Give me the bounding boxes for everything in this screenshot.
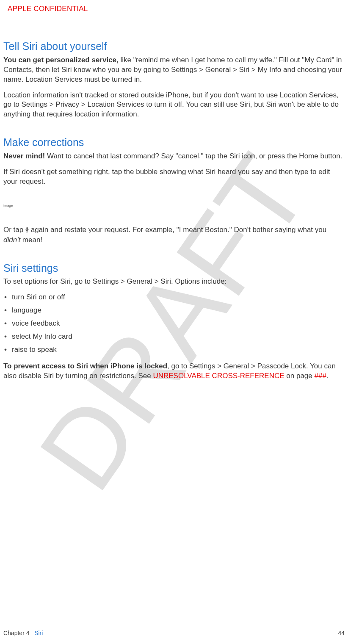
paragraph-tell-siri-1: You can get personalized service, like "… xyxy=(3,55,345,85)
body-text: again and restate your request. For exam… xyxy=(29,226,326,234)
heading-tell-siri: Tell Siri about yourself xyxy=(3,39,345,54)
list-item: language xyxy=(3,306,345,315)
chapter-title: Siri xyxy=(34,630,43,636)
body-text: Or tap xyxy=(3,226,25,234)
body-text: Want to cancel that last command? Say "c… xyxy=(45,152,342,160)
body-text: . xyxy=(326,372,329,380)
paragraph-settings-intro: To set options for Siri, go to Settings … xyxy=(3,277,345,287)
image-placeholder: Image xyxy=(3,204,345,208)
paragraph-corrections-1: Never mind! Want to cancel that last com… xyxy=(3,152,345,161)
page-footer: Chapter 4 Siri 44 xyxy=(0,629,348,637)
body-text: on page xyxy=(284,372,315,380)
list-item: turn Siri on or off xyxy=(3,293,345,302)
heading-make-corrections: Make corrections xyxy=(3,135,345,150)
list-item: voice feedback xyxy=(3,319,345,329)
bold-text: You can get personalized service, xyxy=(3,56,119,64)
list-item: select My Info card xyxy=(3,332,345,342)
heading-siri-settings: Siri settings xyxy=(3,261,345,276)
confidential-label: APPLE CONFIDENTIAL xyxy=(8,4,345,14)
page-ref-placeholder: ### xyxy=(314,372,326,380)
body-text: mean! xyxy=(20,236,42,244)
paragraph-corrections-3: Or tap again and restate your request. F… xyxy=(3,225,345,245)
bold-text: To prevent access to Siri when iPhone is… xyxy=(3,362,167,370)
bold-text: Never mind! xyxy=(3,152,45,160)
paragraph-passcode: To prevent access to Siri when iPhone is… xyxy=(3,362,345,381)
footer-chapter: Chapter 4 Siri xyxy=(3,629,43,637)
paragraph-corrections-2: If Siri doesn't get something right, tap… xyxy=(3,167,345,187)
paragraph-tell-siri-2: Location information isn't tracked or st… xyxy=(3,91,345,120)
italic-text: didn't xyxy=(3,236,20,244)
svg-rect-0 xyxy=(26,227,28,230)
list-item: raise to speak xyxy=(3,345,345,355)
cross-reference-link: UNRESOLVABLE CROSS-REFERENCE xyxy=(153,372,284,380)
page-number: 44 xyxy=(338,629,345,637)
page-content: APPLE CONFIDENTIAL Tell Siri about yours… xyxy=(0,0,348,381)
chapter-label: Chapter 4 xyxy=(3,630,29,636)
mic-icon xyxy=(25,226,29,235)
settings-options-list: turn Siri on or off language voice feedb… xyxy=(3,293,345,355)
